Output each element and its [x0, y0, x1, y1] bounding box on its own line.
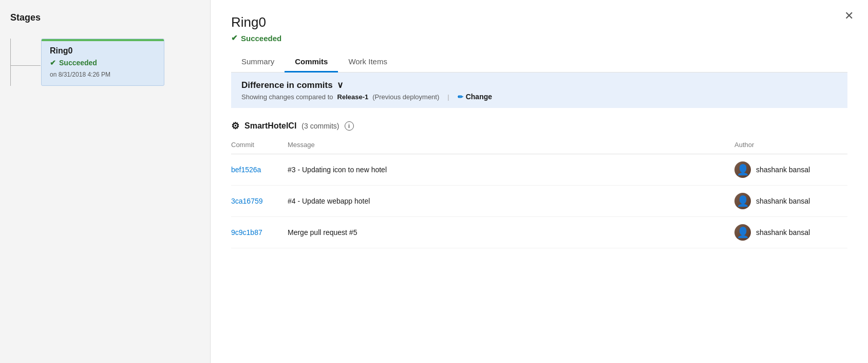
author-name: shashank bansal — [756, 166, 810, 174]
diff-banner-title: Difference in commits — [241, 80, 333, 90]
commit-hash[interactable]: bef1526a — [231, 154, 288, 186]
tabs-container: Summary Commits Work Items — [231, 52, 847, 72]
connector-vertical — [10, 39, 11, 86]
author-name: shashank bansal — [756, 197, 810, 205]
commits-table: Commit Message Author bef1526a#3 - Updat… — [231, 138, 847, 248]
commit-message: #3 - Updating icon to new hotel — [288, 154, 734, 186]
stage-card-status: ✔ Succeeded — [50, 59, 156, 67]
avatar — [734, 193, 751, 209]
table-row: 3ca16759#4 - Update webapp hotel shashan… — [231, 186, 847, 217]
diff-banner: Difference in commits ∨ Showing changes … — [231, 72, 847, 108]
panel-status: ✔ Succeeded — [231, 33, 847, 43]
diff-prev-label: (Previous deployment) — [372, 93, 439, 101]
change-button[interactable]: ✏ Change — [458, 93, 492, 101]
left-panel: Stages Ring0 ✔ Succeeded on 8/31/2018 4:… — [0, 0, 211, 363]
col-header-message: Message — [288, 138, 734, 154]
status-label: Succeeded — [241, 34, 281, 43]
repo-name: SmartHotelCI — [244, 121, 296, 131]
panel-title: Ring0 — [231, 14, 847, 30]
repo-section: ⚙ SmartHotelCI (3 commits) i Commit Mess… — [231, 120, 847, 248]
repo-header: ⚙ SmartHotelCI (3 commits) i — [231, 120, 847, 132]
right-panel: ✕ Ring0 ✔ Succeeded Summary Commits Work… — [211, 0, 868, 363]
col-header-author: Author — [734, 138, 847, 154]
table-row: bef1526a#3 - Updating icon to new hotel … — [231, 154, 847, 186]
connector-horizontal — [11, 65, 41, 66]
commit-message: #4 - Update webapp hotel — [288, 186, 734, 217]
diff-sub-text: Showing changes compared to — [241, 93, 333, 101]
check-icon: ✔ — [50, 59, 56, 67]
diff-banner-header: Difference in commits ∨ — [241, 80, 837, 90]
tab-summary[interactable]: Summary — [231, 52, 285, 72]
change-label: Change — [466, 93, 492, 101]
avatar — [734, 161, 751, 178]
close-button[interactable]: ✕ — [844, 10, 854, 22]
author-name: shashank bansal — [756, 228, 810, 237]
tab-commits[interactable]: Commits — [285, 52, 338, 72]
diff-banner-subtitle: Showing changes compared to Release-1 (P… — [241, 93, 837, 101]
commit-hash[interactable]: 9c9c1b87 — [231, 217, 288, 248]
info-icon[interactable]: i — [345, 121, 354, 131]
commit-hash[interactable]: 3ca16759 — [231, 186, 288, 217]
stage-card-ring0[interactable]: Ring0 ✔ Succeeded on 8/31/2018 4:26 PM — [41, 39, 164, 86]
stage-card-title: Ring0 — [50, 46, 156, 56]
avatar — [734, 224, 751, 241]
tab-work-items[interactable]: Work Items — [338, 52, 398, 72]
stages-title: Stages — [10, 12, 200, 23]
commit-author: shashank bansal — [734, 154, 847, 186]
commit-author: shashank bansal — [734, 217, 847, 248]
pencil-icon: ✏ — [458, 93, 463, 101]
commit-message: Merge pull request #5 — [288, 217, 734, 248]
commit-count: (3 commits) — [301, 122, 339, 130]
diff-release-label: Release-1 — [337, 93, 369, 101]
status-check-icon: ✔ — [231, 33, 238, 43]
table-row: 9c9c1b87Merge pull request #5 shashank b… — [231, 217, 847, 248]
chevron-down-icon[interactable]: ∨ — [337, 80, 343, 90]
repo-icon: ⚙ — [231, 120, 239, 132]
stage-card-date: on 8/31/2018 4:26 PM — [50, 71, 156, 78]
col-header-commit: Commit — [231, 138, 288, 154]
commit-author: shashank bansal — [734, 186, 847, 217]
divider: | — [447, 93, 449, 101]
